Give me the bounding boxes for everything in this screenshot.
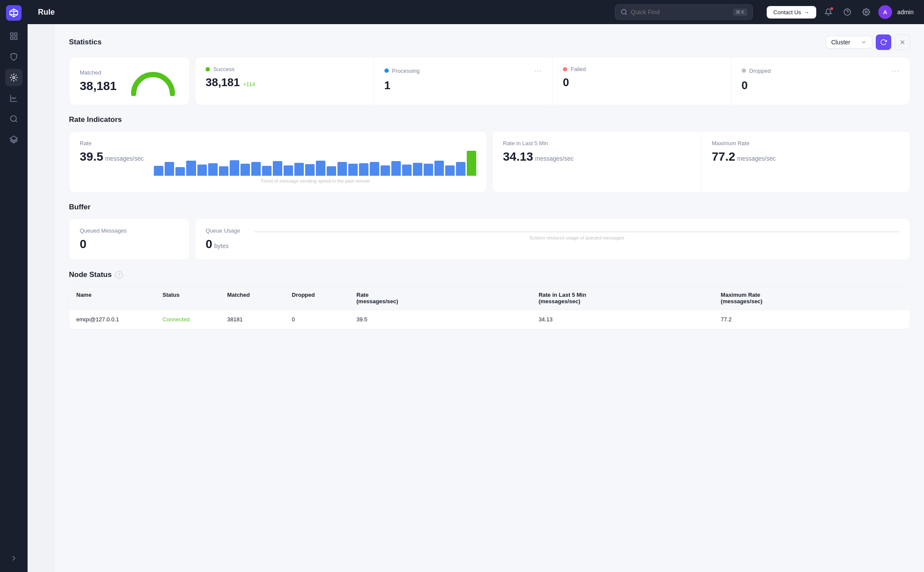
rate-cards: Rate 39.5 messages/sec Trend of message …	[69, 131, 910, 193]
bar-29	[467, 151, 476, 176]
queue-usage-card: Queue Usage 0 bytes System resource usag…	[195, 218, 910, 260]
sidebar-item-shield[interactable]	[5, 48, 22, 65]
max-rate-value: 77.2	[712, 150, 736, 163]
matched-card: Matched 38,181	[69, 57, 190, 105]
bar-3	[186, 161, 196, 176]
status-cards: Success 38,181 +114 Processing	[195, 57, 910, 105]
stats-cards: Matched 38,181 Success	[69, 57, 910, 105]
dropped-label: Dropped	[749, 68, 771, 74]
refresh-icon	[880, 39, 887, 46]
dropped-value: 0	[742, 79, 748, 92]
queue-usage-label: Queue Usage	[206, 227, 240, 234]
topbar-actions: Contact Us → A admin	[767, 5, 914, 19]
svg-point-7	[13, 77, 15, 79]
close-icon	[899, 39, 906, 46]
processing-label: Processing	[392, 68, 420, 74]
node-title-row: Node Status ?	[69, 270, 910, 279]
node-status-info-icon[interactable]: ?	[115, 271, 123, 279]
svg-line-12	[625, 13, 627, 15]
cell-matched: 38181	[227, 316, 292, 323]
col-matched: Matched	[227, 292, 292, 305]
gauge-chart	[127, 66, 179, 96]
admin-label: admin	[897, 9, 914, 16]
sidebar-item-expand[interactable]	[5, 550, 22, 567]
cell-dropped: 0	[292, 316, 356, 323]
rate-unit: messages/sec	[105, 155, 144, 162]
rate-indicators-header: Rate Indicators	[69, 115, 910, 124]
processing-more-icon[interactable]: ⋯	[534, 66, 542, 75]
success-dot	[206, 67, 210, 72]
bar-5	[208, 163, 218, 176]
bar-11	[273, 161, 282, 176]
rate-card-main: Rate 39.5 messages/sec Trend of message …	[69, 131, 487, 193]
bar-28	[456, 162, 465, 176]
bar-13	[294, 163, 304, 176]
bar-4	[197, 165, 207, 176]
col-status: Status	[162, 292, 227, 305]
help-icon[interactable]	[840, 5, 854, 19]
rate-value: 39.5	[80, 150, 103, 163]
topbar: Rule ⌘ K Contact Us →	[28, 0, 924, 24]
search-bar[interactable]: ⌘ K	[615, 4, 753, 20]
app-logo[interactable]	[6, 5, 22, 21]
page-title: Rule	[38, 8, 55, 17]
sidebar-item-dashboard[interactable]	[5, 28, 22, 45]
close-button[interactable]	[895, 34, 910, 50]
status-card-failed: Failed 0	[553, 57, 731, 105]
search-input[interactable]	[631, 9, 730, 16]
processing-dot	[384, 68, 389, 73]
dropped-dot	[742, 68, 746, 73]
cell-name: emqx@127.0.0.1	[76, 316, 162, 323]
svg-rect-6	[15, 37, 17, 40]
dropped-more-icon[interactable]: ⋯	[892, 66, 899, 75]
failed-value: 0	[563, 76, 569, 89]
sidebar-item-layers[interactable]	[5, 131, 22, 148]
svg-rect-3	[11, 33, 13, 36]
rate-5min-unit: messages/sec	[535, 155, 574, 162]
bar-17	[337, 162, 347, 176]
status-card-dropped: Dropped ⋯ 0	[731, 57, 910, 105]
bar-14	[305, 164, 315, 176]
failed-label: Failed	[571, 66, 586, 72]
node-table: Name Status Matched Dropped Rate(message…	[69, 286, 910, 330]
statistics-title: Statistics	[69, 38, 102, 47]
svg-rect-5	[11, 37, 13, 40]
bar-26	[434, 161, 444, 176]
avatar[interactable]: A	[878, 5, 892, 19]
table-row: emqx@127.0.0.1 Connected 38181 0 39.5 34…	[69, 310, 910, 329]
svg-point-15	[865, 11, 868, 13]
bar-21	[381, 165, 390, 176]
col-maxrate: Maximum Rate(messages/sec)	[721, 292, 903, 305]
queued-messages-card: Queued Messages 0	[69, 218, 190, 260]
settings-icon[interactable]	[859, 5, 873, 19]
buffer-title: Buffer	[69, 203, 91, 211]
sidebar-item-rules[interactable]	[5, 69, 22, 86]
matched-label: Matched	[80, 69, 117, 76]
success-label: Success	[213, 66, 234, 72]
rate-right-panel: Rate in Last 5 Min 34.13 messages/sec Ma…	[492, 131, 910, 193]
bar-15	[316, 161, 325, 176]
max-rate-label: Maximum Rate	[712, 140, 900, 146]
bar-7	[230, 160, 239, 176]
contact-us-button[interactable]: Contact Us →	[767, 6, 816, 19]
bar-18	[348, 164, 358, 176]
refresh-button[interactable]	[876, 34, 891, 50]
bar-9	[251, 162, 261, 176]
success-value: 38,181	[206, 76, 240, 89]
bar-0	[154, 166, 163, 176]
bar-24	[413, 163, 422, 176]
cell-maxrate: 77.2	[721, 316, 903, 323]
sidebar-item-search[interactable]	[5, 110, 22, 127]
cluster-select[interactable]: Cluster	[826, 36, 872, 49]
bar-20	[370, 162, 379, 176]
sidebar-item-analytics[interactable]	[5, 90, 22, 107]
queue-value: 0	[206, 237, 212, 251]
bar-27	[445, 165, 455, 176]
notifications-icon[interactable]	[821, 5, 835, 19]
queued-value: 0	[80, 237, 179, 251]
queue-unit: bytes	[214, 242, 228, 249]
main-content: Statistics Cluster	[55, 24, 924, 572]
queue-progress-area: System resource usage of queued messages	[254, 227, 899, 240]
col-rate: Rate(messages/sec)	[356, 292, 539, 305]
matched-value: 38,181	[80, 79, 117, 93]
